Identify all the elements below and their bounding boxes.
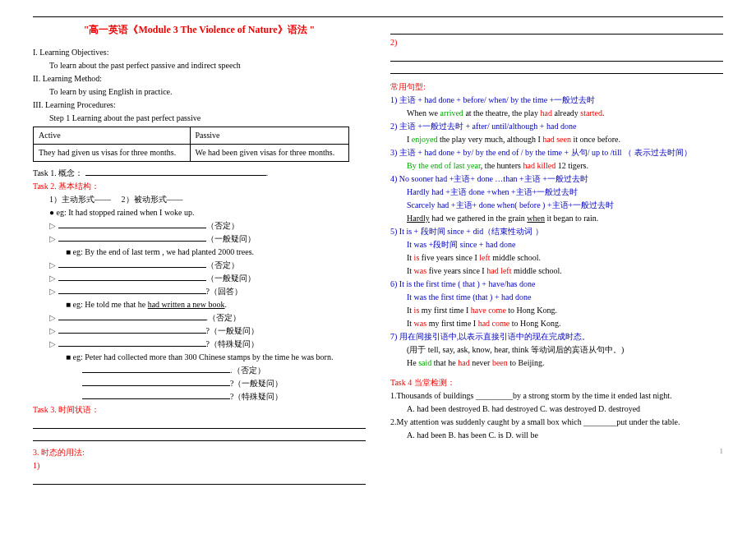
blank <box>58 320 206 320</box>
blank-line <box>390 63 723 74</box>
eg3-b: . <box>225 300 228 309</box>
eg2: eg: By the end of last term , we had pla… <box>33 246 366 259</box>
blank-line <box>33 474 366 485</box>
t: five years since I <box>426 266 486 275</box>
eg1-neg-label: （否定） <box>206 221 239 230</box>
pat-5d: It was five years since I had left middl… <box>390 265 723 278</box>
t: at the theatre, the play <box>463 108 541 117</box>
eg3-q-label: ?（一般疑问） <box>206 326 259 335</box>
blank <box>82 385 230 386</box>
t: 12 tigers. <box>555 161 588 170</box>
eg4-s: ?（特殊疑问） <box>33 390 366 403</box>
eg4-text: eg: Peter had collected more than 300 Ch… <box>73 352 334 361</box>
t: the play very much, although I <box>438 135 543 144</box>
eg3-s-label: ?（特殊疑问） <box>206 339 259 348</box>
blank <box>58 241 206 242</box>
left-column: "高一英语《Module 3 The Violence of Nature》语法… <box>33 22 366 486</box>
pat-3-eg: By the end of last year, the hunters had… <box>390 159 723 173</box>
t: it began to rain. <box>545 214 598 223</box>
doc-title: "高一英语《Module 3 The Violence of Nature》语法… <box>33 22 366 38</box>
q2: 2.My attention was suddenly caught by a … <box>390 416 723 429</box>
t: arrived <box>440 108 463 117</box>
t: By the end of last year <box>407 161 481 170</box>
eg3-s: ?（特殊疑问） <box>33 338 366 351</box>
eg2-text: eg: By the end of last term , we had pla… <box>73 247 255 256</box>
t: had <box>540 108 551 117</box>
eg4-q-label: ?（一般疑问） <box>230 379 283 388</box>
pat-1: 1) 主语 + had done + before/ when/ by the … <box>390 94 723 107</box>
t: that he <box>431 358 458 367</box>
t: to Hong Kong. <box>509 319 560 328</box>
task-4: Task 4 当堂检测： <box>390 376 723 389</box>
eg3-u: had written a new book <box>148 300 225 309</box>
method-text: To learn by using English in practice. <box>33 85 366 99</box>
voice-table: Active Passive They had given us visas f… <box>33 127 349 162</box>
objectives-title: I. Learning Objectives: <box>33 46 366 59</box>
t: , the hunters <box>481 161 523 170</box>
task-2: Task 2. 基本结构： <box>33 180 366 193</box>
table-head-active: Active <box>34 127 191 145</box>
page-number: 1 <box>390 445 723 457</box>
eg1-text: eg: It had stopped rained when I woke up… <box>57 208 195 217</box>
eg4-q: ?（一般疑问） <box>33 377 366 390</box>
t: have come <box>471 306 506 315</box>
pat-4c: Scarcely had +主语+ done when( before ) +主… <box>390 199 723 212</box>
t: had we gathered in the grain <box>430 214 528 223</box>
t: it once before. <box>571 135 620 144</box>
t: had seen <box>542 135 571 144</box>
q1-opts: A. had been destroyed B. had destroyed C… <box>390 403 723 416</box>
t: already <box>552 108 580 117</box>
blank <box>82 398 230 399</box>
eg3-a: eg: He told me that he <box>73 300 148 309</box>
t: . <box>602 108 605 117</box>
blank <box>58 267 206 268</box>
t: had left <box>486 266 511 275</box>
t: when <box>527 214 545 223</box>
eg2-q: （一般疑问） <box>33 272 366 285</box>
task-1-label: Task 1. 概念： <box>33 168 83 177</box>
pat-4-eg: Hardly had we gathered in the grain when… <box>390 212 723 225</box>
t: was <box>414 266 427 275</box>
pat-3: 3) 主语 + had done + by/ by the end of / b… <box>390 146 723 159</box>
usage-1: 1) <box>33 459 366 472</box>
eg1: eg: It had stopped rained when I woke up… <box>33 206 366 219</box>
t: to Hong Kong. <box>506 306 557 315</box>
blank <box>58 228 206 228</box>
usage-title: 3. 时态的用法: <box>33 446 366 459</box>
eg3-neg-label: .（否定） <box>206 313 242 322</box>
task-3: Task 3. 时间状语： <box>33 403 366 417</box>
active-form: 1）主动形式—— <box>49 195 111 204</box>
t: my first time I <box>419 306 471 315</box>
t: It <box>407 253 414 262</box>
pat-7b: (用于 tell, say, ask, know, hear, think 等动… <box>390 343 723 357</box>
blank-line <box>33 418 366 429</box>
t: Hardly <box>407 214 430 223</box>
eg1-q-label: （一般疑问） <box>206 234 256 243</box>
q1: 1.Thousands of buildings _________by a s… <box>390 389 723 403</box>
blank-line <box>390 51 723 62</box>
pat-5b: It was +段时间 since + had done <box>390 238 723 251</box>
objectives-text: To learn about the past perfect passive … <box>33 59 366 72</box>
eg2-neg-label: （否定） <box>206 260 239 269</box>
eg3-q: ?（一般疑问） <box>33 325 366 338</box>
pat-7a: 7) 用在间接引语中,以表示直接引语中的现在完成时态。 <box>390 330 723 343</box>
method-title: II. Learning Method: <box>33 72 366 85</box>
eg4-neg-label: .（否定） <box>230 366 265 375</box>
eg2-neg: （否定） <box>33 259 366 272</box>
eg4-s-label: ?（特殊疑问） <box>230 392 283 401</box>
eg3: eg: He told me that he had written a new… <box>33 298 366 311</box>
t: had <box>458 358 469 367</box>
pat-6a: 6) It is the first time ( that ) + have/… <box>390 278 723 291</box>
step-1: Step 1 Learning about the past perfect p… <box>33 112 366 125</box>
eg2-a-label: ?（回答） <box>206 287 242 296</box>
t: my first time I <box>426 319 478 328</box>
t: was <box>414 319 427 328</box>
t: said <box>418 358 431 367</box>
t: middle school. <box>511 266 561 275</box>
eg4: eg: Peter had collected more than 300 Ch… <box>33 351 366 364</box>
table-cell-passive: We had been given visas for three months… <box>190 145 348 162</box>
blank <box>82 372 230 373</box>
t: When we <box>407 108 440 117</box>
two-column-layout: "高一英语《Module 3 The Violence of Nature》语法… <box>33 22 723 486</box>
pat-6d: It was my first time I had come to Hong … <box>390 317 723 330</box>
